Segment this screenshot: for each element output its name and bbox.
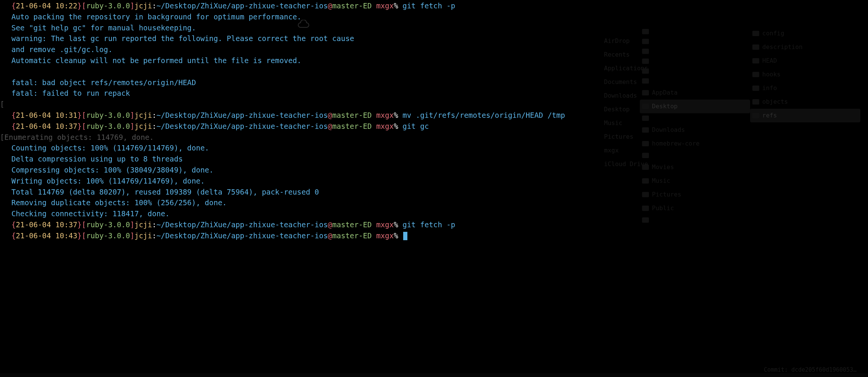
command-text: git fetch -p [402,2,455,10]
command-text: mv .git/refs/remotes/origin/HEAD /tmp [402,111,565,120]
prompt-line: {21-06-04 10:37}[ruby-3.0.0]jcji:~/Deskt… [11,121,868,132]
prompt-line: {21-06-04 10:31}[ruby-3.0.0]jcji:~/Deskt… [11,110,868,121]
output-line: Auto packing the repository in backgroun… [11,12,868,23]
cursor-icon [403,232,407,240]
output-line: Compressing objects: 100% (38049/38049),… [11,165,868,176]
prompt-line-current[interactable]: {21-06-04 10:43}[ruby-3.0.0]jcji:~/Deskt… [11,231,868,242]
output-line: and remove .git/gc.log. [11,44,868,55]
command-text: git gc [402,122,429,131]
output-line: fatal: failed to run repack [11,88,868,99]
output-line: Writing objects: 100% (114769/114769), d… [11,176,868,187]
command-text: git fetch -p [402,220,455,229]
output-line: [ [0,99,868,110]
output-line: See "git help gc" for manual housekeepin… [11,23,868,34]
commit-info: Commit: dcde205f60d1960053… [764,366,857,374]
output-line [11,67,868,78]
output-line: Automatic cleanup will not be performed … [11,55,868,67]
output-line: Counting objects: 100% (114769/114769), … [11,143,868,154]
prompt-line: {21-06-04 10:22}[ruby-3.0.0]jcji:~/Deskt… [11,1,868,12]
terminal-pane[interactable]: {21-06-04 10:22}[ruby-3.0.0]jcji:~/Deskt… [0,1,868,242]
output-line: Delta compression using up to 8 threads [11,154,868,165]
output-line: Total 114769 (delta 80207), reused 10938… [11,187,868,198]
output-line: fatal: bad object refs/remotes/origin/HE… [11,78,868,89]
output-line: [Enumerating objects: 114769, done. [0,132,868,143]
output-line: Removing duplicate objects: 100% (256/25… [11,198,868,209]
output-line: warning: The last gc run reported the fo… [11,33,868,44]
output-line: Checking connectivity: 118417, done. [11,209,868,220]
prompt-line: {21-06-04 10:37}[ruby-3.0.0]jcji:~/Deskt… [11,220,868,231]
